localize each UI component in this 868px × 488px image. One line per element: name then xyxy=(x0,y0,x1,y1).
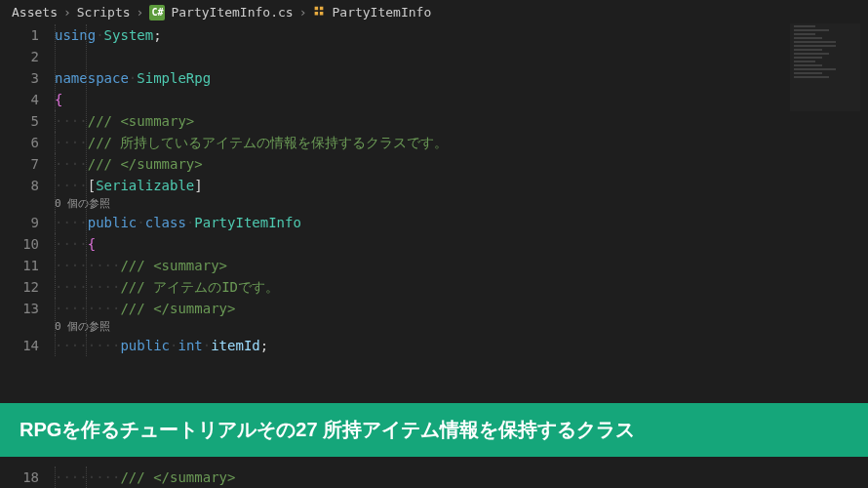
line-number: 14 xyxy=(0,335,39,356)
code-line[interactable]: ········/// </summary> xyxy=(55,298,868,319)
banner-text: RPGを作るチュートリアルその27 所持アイテム情報を保持するクラス xyxy=(20,419,635,440)
breadcrumb-part[interactable]: Scripts xyxy=(77,5,131,20)
chevron-right-icon: › xyxy=(63,5,71,20)
line-number: 9 xyxy=(0,212,39,233)
line-number: 4 xyxy=(0,89,39,110)
code-line[interactable]: ········/// </summary> xyxy=(55,467,868,488)
code-line[interactable] xyxy=(55,46,868,67)
line-number: 1 xyxy=(0,24,39,46)
code-line[interactable]: ····[Serializable] xyxy=(55,175,868,196)
code-line[interactable]: namespace·SimpleRpg xyxy=(55,67,868,89)
class-icon xyxy=(312,4,326,20)
line-number: 6 xyxy=(0,132,39,153)
code-editor[interactable]: 1234567891011121314 using·System;namespa… xyxy=(0,24,868,356)
code-area[interactable]: using·System;namespace·SimpleRpg{····///… xyxy=(55,24,868,356)
line-number: 7 xyxy=(0,153,39,175)
bottom-code-fragment: 18 ········/// </summary> xyxy=(0,467,868,488)
breadcrumb-part[interactable]: PartyItemInfo xyxy=(332,5,431,20)
breadcrumb-part[interactable]: PartyItemInfo.cs xyxy=(171,5,293,20)
breadcrumb-part[interactable]: Assets xyxy=(12,5,58,20)
breadcrumb[interactable]: Assets › Scripts › C# PartyItemInfo.cs ›… xyxy=(0,0,868,24)
line-number: 13 xyxy=(0,298,39,319)
line-number: 10 xyxy=(0,233,39,255)
minimap[interactable] xyxy=(790,23,860,111)
code-line[interactable]: ····public·class·PartyItemInfo xyxy=(55,212,868,233)
code-line[interactable]: ····/// 所持しているアイテムの情報を保持するクラスです。 xyxy=(55,132,868,153)
codelens[interactable]: 0 個の参照 xyxy=(55,196,868,212)
code-line[interactable]: ····/// </summary> xyxy=(55,153,868,175)
code-line[interactable]: ········public·int·itemId; xyxy=(55,335,868,356)
line-number: 2 xyxy=(0,46,39,67)
line-number: 11 xyxy=(0,255,39,276)
code-line[interactable]: { xyxy=(55,89,868,110)
chevron-right-icon: › xyxy=(137,5,144,20)
line-number: 8 xyxy=(0,175,39,196)
code-line[interactable]: ····/// <summary> xyxy=(55,110,868,132)
csharp-file-icon: C# xyxy=(149,5,165,20)
code-line[interactable]: ········/// <summary> xyxy=(55,255,868,276)
line-number: 3 xyxy=(0,67,39,89)
tutorial-banner: RPGを作るチュートリアルその27 所持アイテム情報を保持するクラス xyxy=(0,403,868,457)
line-number: 5 xyxy=(0,110,39,132)
chevron-right-icon: › xyxy=(299,5,307,20)
codelens[interactable]: 0 個の参照 xyxy=(55,319,868,335)
line-number-gutter: 1234567891011121314 xyxy=(0,24,55,356)
line-number xyxy=(0,196,39,212)
code-line[interactable]: using·System; xyxy=(55,24,868,46)
code-line[interactable]: ········/// アイテムのIDです。 xyxy=(55,276,868,298)
line-number xyxy=(0,319,39,335)
code-line[interactable]: ····{ xyxy=(55,233,868,255)
line-number: 18 xyxy=(0,467,39,488)
line-number: 12 xyxy=(0,276,39,298)
